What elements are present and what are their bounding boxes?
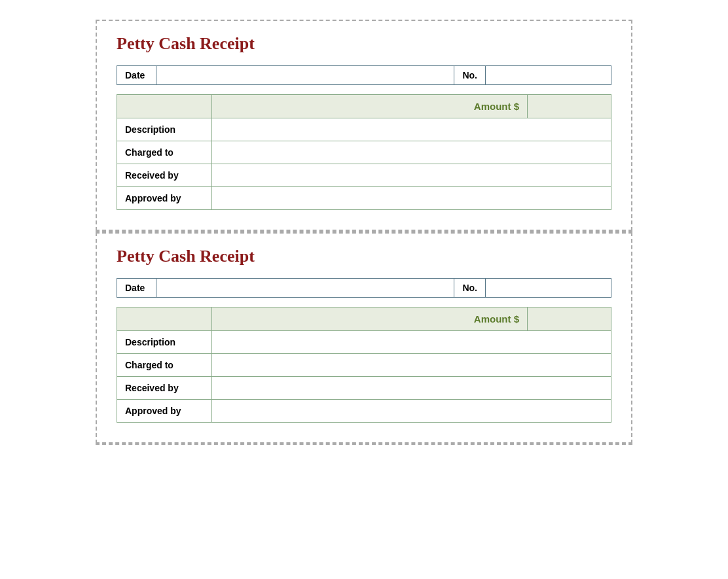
receipt-2-description-label: Description	[117, 331, 212, 354]
receipt-2-header-col1	[117, 307, 212, 331]
receipt-2-received-by-label: Received by	[117, 377, 212, 400]
receipt-1-no-label: No.	[454, 66, 486, 84]
receipt-1-received-by-label: Received by	[117, 164, 212, 187]
receipt-2-header-col3	[528, 307, 611, 331]
receipt-2-no-label: No.	[454, 279, 486, 297]
receipt-1-header-col1	[117, 95, 212, 118]
receipt-2-date-input[interactable]	[156, 279, 454, 297]
receipt-1-header-row: Amount $	[117, 95, 611, 118]
receipt-1-approved-by-label: Approved by	[117, 187, 212, 210]
receipt-2-charged-to-value	[212, 354, 611, 377]
receipt-2-header-amount: Amount $	[212, 307, 528, 331]
table-row: Received by	[117, 164, 611, 187]
table-row: Charged to	[117, 354, 611, 377]
receipt-1-title: Petty Cash Receipt	[117, 34, 611, 54]
table-row: Approved by	[117, 400, 611, 423]
receipt-1: Petty Cash Receipt Date No. Amount $ Des…	[96, 20, 632, 231]
receipt-1-date-input[interactable]	[156, 66, 454, 84]
receipt-1-charged-to-value	[212, 141, 611, 164]
receipt-1-date-row: Date No.	[117, 65, 611, 85]
receipt-2-charged-to-label: Charged to	[117, 354, 212, 377]
receipt-1-description-label: Description	[117, 118, 212, 141]
receipt-1-no-input[interactable]	[486, 66, 611, 84]
receipt-2-header-row: Amount $	[117, 307, 611, 331]
table-row: Received by	[117, 377, 611, 400]
receipt-1-header-amount: Amount $	[212, 95, 528, 118]
receipt-1-received-by-value	[212, 164, 611, 187]
receipt-1-table: Amount $ Description Charged to Received…	[117, 94, 611, 210]
receipt-2-title: Petty Cash Receipt	[117, 247, 611, 266]
receipt-2-approved-by-value	[212, 400, 611, 423]
page-container: Petty Cash Receipt Date No. Amount $ Des…	[13, 13, 715, 579]
table-row: Charged to	[117, 141, 611, 164]
receipt-1-charged-to-label: Charged to	[117, 141, 212, 164]
receipt-2-date-label: Date	[117, 279, 156, 297]
receipt-1-description-value	[212, 118, 611, 141]
receipt-2: Petty Cash Receipt Date No. Amount $ Des…	[96, 232, 632, 444]
receipt-2-received-by-value	[212, 377, 611, 400]
receipt-2-approved-by-label: Approved by	[117, 400, 212, 423]
receipt-1-header-col3	[528, 95, 611, 118]
receipt-1-date-label: Date	[117, 66, 156, 84]
divider-2	[96, 444, 632, 445]
table-row: Description	[117, 331, 611, 354]
table-row: Description	[117, 118, 611, 141]
receipt-1-approved-by-value	[212, 187, 611, 210]
receipt-2-description-value	[212, 331, 611, 354]
receipt-2-no-input[interactable]	[486, 279, 611, 297]
receipt-2-date-row: Date No.	[117, 278, 611, 298]
table-row: Approved by	[117, 187, 611, 210]
receipt-2-table: Amount $ Description Charged to Received…	[117, 307, 611, 423]
